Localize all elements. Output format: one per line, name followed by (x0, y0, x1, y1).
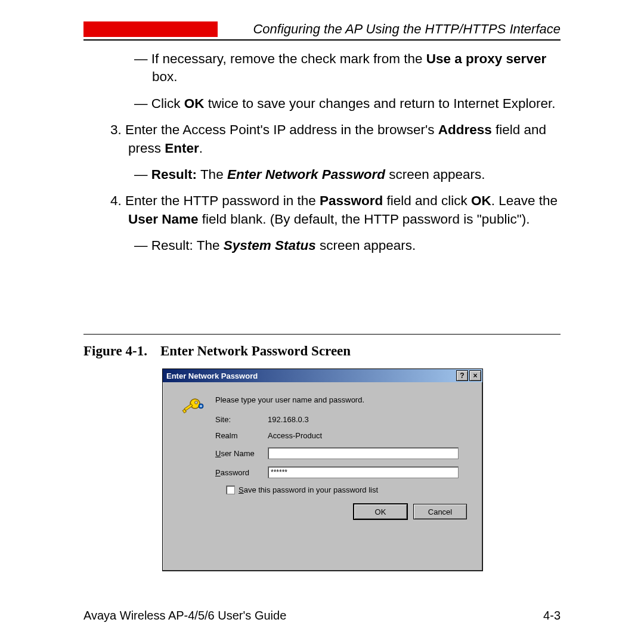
text: field and click (383, 193, 471, 208)
ok-button[interactable]: OK (354, 504, 407, 519)
dash-item-proxy: If necessary, remove the check mark from… (134, 50, 564, 86)
realm-value: Access-Product (268, 431, 467, 440)
body-text: If necessary, remove the check mark from… (92, 50, 564, 263)
realm-label: Realm (215, 431, 268, 440)
bold-text: Password (320, 193, 383, 208)
button-label: OK (375, 507, 386, 516)
cancel-button[interactable]: Cancel (413, 504, 467, 519)
realm-row: Realm Access-Product (215, 431, 467, 440)
step-4: 4. Enter the HTTP password in the Passwo… (110, 192, 564, 228)
header-section-title: Configuring the AP Using the HTTP/HTTPS … (253, 21, 561, 37)
username-label: User Name (215, 449, 268, 458)
dash-item-click-ok: Click OK twice to save your changes and … (134, 95, 564, 113)
text: field blank. (By default, the HTTP passw… (199, 212, 530, 227)
dialog-prompt: Please type your user name and password. (215, 395, 467, 404)
save-password-row: Save this password in your password list (226, 485, 467, 494)
dialog-title: Enter Network Password (166, 371, 455, 380)
step-number: 3. (110, 122, 125, 137)
footer-page-number: 4-3 (543, 609, 561, 623)
password-label: Password (215, 468, 268, 477)
text: screen appears. (316, 238, 416, 253)
figure-rule (83, 334, 561, 335)
help-button[interactable]: ? (456, 370, 468, 381)
bold-text: Address (438, 122, 492, 137)
text: If necessary, remove the check mark from… (151, 51, 426, 66)
text: assword (221, 468, 249, 477)
bold-text: Result: (151, 167, 197, 182)
text: Enter the HTTP password in the (125, 193, 320, 208)
text: twice to save your changes and return to… (205, 96, 556, 111)
document-page: Configuring the AP Using the HTTP/HTTPS … (0, 0, 644, 644)
bold-italic-text: System Status (224, 238, 316, 253)
password-row: Password (215, 466, 467, 478)
mnemonic: S (239, 485, 244, 494)
footer-doc-title: Avaya Wireless AP-4/5/6 User's Guide (83, 609, 286, 623)
enter-network-password-dialog: Enter Network Password ? × Please type y… (162, 369, 483, 571)
mnemonic: U (215, 449, 221, 458)
mnemonic: P (215, 468, 221, 477)
bold-italic-text: Enter Network Password (227, 167, 385, 182)
figure-title: Enter Network Password Screen (160, 343, 351, 358)
step-3: 3. Enter the Access Point's IP address i… (110, 121, 564, 157)
dialog-titlebar: Enter Network Password ? × (163, 369, 482, 382)
text: Enter the Access Point's IP address in t… (125, 122, 438, 137)
header-red-block (83, 21, 218, 37)
dash-item-result-enter-password: Result: The Enter Network Password scree… (134, 166, 564, 184)
text: ave this password in your password list (244, 485, 378, 494)
text: . Leave the (491, 193, 558, 208)
site-row: Site: 192.168.0.3 (215, 415, 467, 424)
save-password-label: Save this password in your password list (239, 485, 378, 494)
bold-text: OK (471, 193, 491, 208)
password-input[interactable] (268, 466, 459, 478)
username-row: User Name (215, 447, 467, 459)
bold-text: Use a proxy server (426, 51, 546, 66)
bold-text: User Name (128, 212, 199, 227)
dialog-body: Please type your user name and password.… (163, 382, 482, 529)
text: screen appears. (385, 167, 485, 182)
close-button[interactable]: × (469, 370, 481, 381)
text: The (197, 167, 227, 182)
site-label: Site: (215, 415, 268, 424)
dialog-buttons: OK Cancel (178, 504, 467, 519)
text: . (199, 141, 203, 156)
text: ser Name (221, 449, 254, 458)
help-icon: ? (460, 371, 464, 380)
text: Click (151, 96, 184, 111)
site-value: 192.168.0.3 (268, 415, 467, 424)
bold-text: OK (184, 96, 205, 111)
figure-number: Figure 4-1. (83, 343, 147, 358)
bold-text: Enter (165, 141, 199, 156)
username-input[interactable] (268, 447, 459, 459)
dash-item-result-system-status: Result: The System Status screen appears… (134, 237, 564, 255)
save-password-checkbox[interactable] (226, 485, 235, 494)
key-icon (181, 395, 205, 419)
close-icon: × (473, 371, 477, 380)
step-number: 4. (110, 193, 125, 208)
page-footer: Avaya Wireless AP-4/5/6 User's Guide 4-3 (83, 609, 561, 623)
svg-point-1 (195, 401, 198, 404)
text: box. (152, 69, 178, 84)
button-label: Cancel (428, 507, 452, 516)
text: Result: The (151, 238, 224, 253)
figure-caption: Figure 4-1.Enter Network Password Screen (83, 343, 351, 359)
